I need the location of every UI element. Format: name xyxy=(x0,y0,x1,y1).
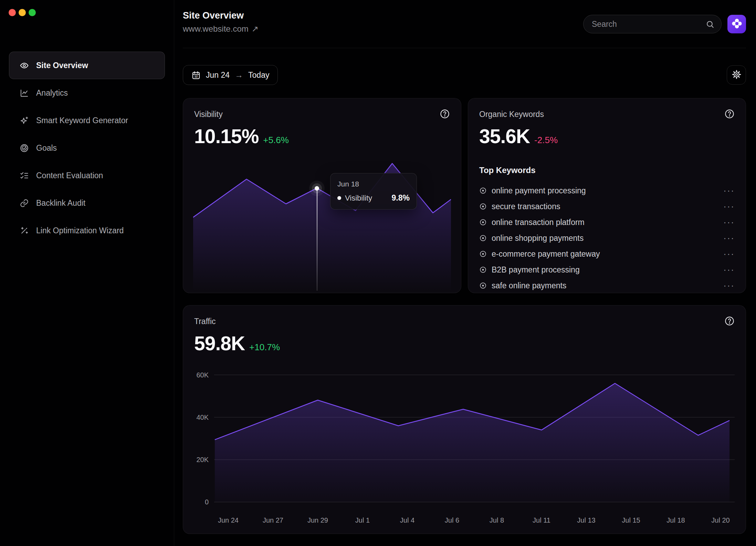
window-controls xyxy=(9,9,36,16)
organic-keywords-card: Organic Keywords 35.6K -2.5% xyxy=(468,98,746,293)
sidebar-item-link-optimization-wizard[interactable]: Link Optimization Wizard xyxy=(9,217,165,244)
search-icon xyxy=(706,20,714,29)
x-axis-label: Jun 29 xyxy=(307,516,328,524)
sidebar-item-site-overview[interactable]: Site Overview xyxy=(9,52,165,79)
chart-line-icon xyxy=(20,88,29,98)
keyword-row: online shopping payments··· xyxy=(479,230,735,246)
sidebar-item-label: Backlink Audit xyxy=(36,199,85,208)
visibility-help-button[interactable] xyxy=(440,109,450,120)
keyword-row: B2B payment processing··· xyxy=(479,262,735,278)
keyword-menu-button[interactable]: ··· xyxy=(723,202,735,211)
x-axis-label: Jul 6 xyxy=(445,516,459,524)
y-axis-label: 40K xyxy=(196,413,209,421)
keyword-label: online shopping payments xyxy=(492,234,584,243)
sidebar: Site OverviewAnalyticsSmart Keyword Gene… xyxy=(0,0,174,546)
organic-keywords-card-title: Organic Keywords xyxy=(479,110,544,119)
circle-dot-icon xyxy=(479,266,487,274)
keyword-label: B2B payment processing xyxy=(492,265,580,275)
keyword-menu-button[interactable]: ··· xyxy=(723,249,735,259)
link-icon xyxy=(20,199,29,208)
date-end: Today xyxy=(248,71,269,80)
circle-dot-icon xyxy=(479,250,487,258)
keyword-label: online transaction platform xyxy=(492,218,585,227)
keyword-menu-button[interactable]: ··· xyxy=(723,186,735,195)
search-input[interactable] xyxy=(592,20,706,29)
keywords-list: online payment processing···secure trans… xyxy=(479,183,735,293)
circle-dot-icon xyxy=(479,234,487,242)
x-axis-labels: Jun 24Jun 27Jun 29Jul 1Jul 4Jul 6Jul 8Ju… xyxy=(214,508,735,526)
traffic-card: Traffic 59.8K +10.7% 60K40 xyxy=(183,305,746,534)
sparkles-icon xyxy=(20,116,29,125)
circle-dot-icon xyxy=(479,187,487,194)
traffic-chart[interactable]: 60K40K20K0 Jun 24Jun 27Jun 29Jul 1Jul 4J… xyxy=(194,365,735,526)
circle-dot-icon xyxy=(479,282,487,289)
x-axis-label: Jun 24 xyxy=(218,516,239,524)
keyword-label: online payment processing xyxy=(492,186,586,195)
app-window: Site OverviewAnalyticsSmart Keyword Gene… xyxy=(0,0,756,546)
keyword-row: secure transactions··· xyxy=(479,199,735,214)
x-axis-label: Jul 15 xyxy=(622,516,640,524)
traffic-plot-area xyxy=(214,365,735,508)
tooltip-series-dot xyxy=(337,196,341,200)
keyword-row: online transaction platform··· xyxy=(479,214,735,230)
sidebar-item-goals[interactable]: Goals xyxy=(9,134,165,162)
x-axis-label: Jul 1 xyxy=(355,516,370,524)
sidebar-item-label: Content Evaluation xyxy=(36,171,103,180)
site-url-link[interactable]: www.website.com ↗ xyxy=(183,24,259,34)
keyword-menu-button[interactable]: ··· xyxy=(723,281,735,290)
traffic-value: 59.8K xyxy=(194,332,245,355)
date-range-button[interactable]: 12 Jun 24 → Today xyxy=(183,65,278,85)
minimize-button[interactable] xyxy=(19,9,26,16)
close-button[interactable] xyxy=(9,9,16,16)
keyword-menu-button[interactable]: ··· xyxy=(723,218,735,227)
keyword-menu-button[interactable]: ··· xyxy=(723,265,735,275)
tooltip-date: Jun 18 xyxy=(337,180,410,188)
help-icon xyxy=(724,109,735,120)
keyword-label: e-commerce payment gateway xyxy=(492,249,600,259)
y-axis-label: 60K xyxy=(196,371,209,379)
y-axis-labels: 60K40K20K0 xyxy=(194,365,214,508)
x-axis-label: Jul 13 xyxy=(577,516,595,524)
keyword-row: e-commerce payment gateway··· xyxy=(479,246,735,262)
svg-text:12: 12 xyxy=(195,75,198,78)
header-actions xyxy=(583,15,746,33)
site-url-text: www.website.com xyxy=(183,24,249,34)
sidebar-item-label: Site Overview xyxy=(36,61,88,70)
circle-dot-icon xyxy=(479,218,487,226)
traffic-delta: +10.7% xyxy=(249,342,280,353)
keyword-menu-button[interactable]: ··· xyxy=(723,234,735,243)
sidebar-nav: Site OverviewAnalyticsSmart Keyword Gene… xyxy=(9,52,165,244)
circle-dot-icon xyxy=(479,203,487,210)
organic-keywords-help-button[interactable] xyxy=(724,109,735,120)
chart-tooltip: Jun 18 Visibility 9.8% xyxy=(330,173,417,210)
sidebar-item-backlink-audit[interactable]: Backlink Audit xyxy=(9,189,165,217)
sidebar-item-label: Analytics xyxy=(36,88,68,98)
x-axis-label: Jul 18 xyxy=(666,516,685,524)
calendar-icon: 12 xyxy=(191,71,201,80)
sidebar-item-content-evaluation[interactable]: Content Evaluation xyxy=(9,162,165,189)
external-link-icon: ↗ xyxy=(252,24,259,34)
wand-sparkles-icon xyxy=(20,226,29,235)
keyword-label: safe online payments xyxy=(492,281,566,290)
cards-row: Visibility 10.15% +5.6% xyxy=(183,98,746,293)
x-axis-label: Jul 20 xyxy=(711,516,729,524)
eye-icon xyxy=(20,61,29,70)
top-keywords-heading: Top Keywords xyxy=(479,165,735,175)
x-axis-label: Jul 8 xyxy=(490,516,504,524)
sidebar-item-analytics[interactable]: Analytics xyxy=(9,79,165,107)
sidebar-item-smart-keyword-generator[interactable]: Smart Keyword Generator xyxy=(9,107,165,134)
settings-button[interactable] xyxy=(727,65,746,85)
date-start: Jun 24 xyxy=(206,71,230,80)
chart-hover-line xyxy=(317,189,317,291)
zoom-button[interactable] xyxy=(29,9,36,16)
gear-icon xyxy=(732,69,742,81)
tooltip-value: 9.8% xyxy=(392,193,410,203)
goal-icon xyxy=(20,143,29,153)
list-checks-icon xyxy=(20,171,29,180)
y-axis-label: 0 xyxy=(205,498,209,506)
logo-button[interactable] xyxy=(727,15,746,33)
app-logo-icon xyxy=(731,17,743,31)
tooltip-series-label: Visibility xyxy=(345,194,372,203)
organic-keywords-value: 35.6K xyxy=(479,125,530,148)
traffic-help-button[interactable] xyxy=(724,316,735,327)
